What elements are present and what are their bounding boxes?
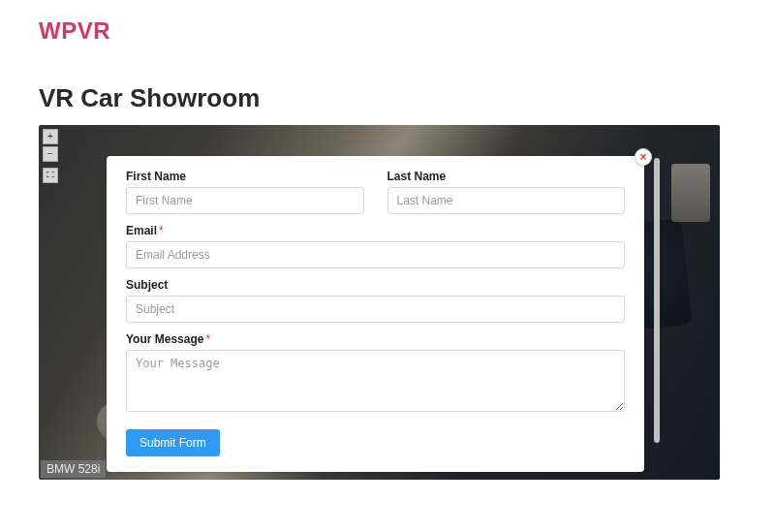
message-textarea[interactable] (126, 350, 625, 412)
zoom-out-button[interactable]: − (43, 146, 58, 162)
page-title: VR Car Showroom (0, 45, 775, 125)
vr-viewer[interactable]: + − ⛶ BMW 528i × First Name Last Name Em… (39, 125, 720, 480)
message-label-text: Your Message (126, 332, 203, 346)
first-name-label: First Name (126, 170, 364, 183)
required-indicator: * (159, 224, 164, 237)
email-label: Email* (126, 224, 625, 237)
email-field-wrap: Email* (126, 224, 625, 268)
message-label: Your Message* (126, 332, 625, 346)
contact-form-modal: × First Name Last Name Email* Subject (107, 156, 644, 472)
site-title[interactable]: WPVR (0, 0, 775, 45)
subject-label: Subject (126, 278, 625, 292)
fullscreen-button[interactable]: ⛶ (43, 168, 58, 183)
decor-shape (671, 164, 710, 222)
modal-scrollbar[interactable] (654, 158, 660, 443)
first-name-field: First Name (126, 170, 364, 214)
vr-controls: + − ⛶ (43, 129, 58, 183)
subject-field-wrap: Subject (126, 278, 625, 323)
submit-button[interactable]: Submit Form (126, 429, 220, 456)
close-button[interactable]: × (635, 148, 652, 166)
message-field-wrap: Your Message* (126, 332, 625, 416)
email-input[interactable] (126, 241, 625, 268)
close-icon: × (639, 150, 646, 164)
zoom-in-button[interactable]: + (43, 129, 58, 144)
first-name-input[interactable] (126, 187, 364, 214)
subject-input[interactable] (126, 296, 625, 323)
email-label-text: Email (126, 224, 157, 237)
last-name-label: Last Name (388, 170, 626, 183)
scene-caption: BMW 528i (41, 460, 106, 478)
required-indicator: * (205, 332, 210, 346)
last-name-input[interactable] (388, 187, 626, 214)
last-name-field: Last Name (388, 170, 626, 214)
